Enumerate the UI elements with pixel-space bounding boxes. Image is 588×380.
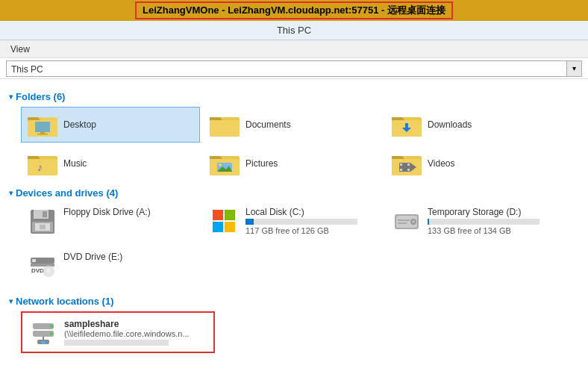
svg-text:DVD: DVD [31,267,44,274]
title-bar: LeiZhangVMOne - LeiZhangVM.cloudapp.net:… [0,0,588,21]
pictures-folder-icon [210,150,240,177]
folder-pictures[interactable]: Pictures [203,146,382,181]
svg-rect-39 [213,210,223,220]
network-share-bar [64,340,169,346]
network-section-header: Network locations (1) [9,296,579,307]
address-path[interactable]: This PC [6,60,567,77]
floppy-name: Floppy Disk Drive (A:) [63,207,193,217]
devices-section-header: Devices and drives (4) [9,187,579,199]
window-title: This PC [277,25,311,36]
temp-storage-info: Temporary Storage (D:) 133 GB free of 13… [428,207,557,235]
svg-rect-61 [41,341,46,344]
local-disk-bar-container [245,219,357,225]
svg-point-57 [50,325,53,328]
window-title-bar: This PC [0,21,588,40]
temp-storage-bar-container [428,219,539,225]
svg-rect-48 [398,222,407,224]
temp-storage-bar [428,219,429,225]
network-share-icon [28,317,58,347]
network-label: Network locations (1) [16,296,113,307]
local-disk-icon [210,207,240,237]
address-bar: This PC ▾ [0,58,588,79]
svg-rect-8 [210,120,240,137]
svg-rect-32 [407,169,410,171]
folder-downloads[interactable]: Downloads [385,107,564,143]
local-disk-info: Local Disk (C:) 117 GB free of 126 GB [245,207,375,235]
svg-rect-42 [225,222,235,232]
documents-folder-icon [210,111,240,138]
svg-rect-38 [40,225,46,229]
svg-point-54 [46,269,51,273]
dvd-drive-icon: DVD [28,252,57,281]
device-dvd[interactable]: DVD DVD Drive (E:) [21,248,200,290]
svg-rect-51 [32,259,36,262]
devices-grid: Floppy Disk Drive (A:) Local Disk (C:) [21,203,579,290]
svg-rect-40 [225,210,235,220]
title-bar-text: LeiZhangVMOne - LeiZhangVM.cloudapp.net:… [135,1,453,19]
address-chevron[interactable]: ▾ [567,60,582,77]
folder-videos-label: Videos [428,158,454,169]
temp-storage-icon [392,207,422,237]
local-disk-bar [245,219,254,225]
folder-pictures-label: Pictures [245,158,278,169]
downloads-folder-icon [392,111,422,138]
folder-desktop-label: Desktop [63,119,96,130]
music-folder-icon: ♪ [28,150,57,177]
svg-rect-35 [43,211,47,217]
svg-marker-16 [28,156,40,159]
folder-downloads-label: Downloads [428,119,472,130]
floppy-info: Floppy Disk Drive (A:) [63,207,193,219]
folders-label: Folders (6) [16,91,65,102]
folder-music-label: Music [63,158,87,169]
svg-marker-3 [28,117,40,120]
temp-storage-name: Temporary Storage (D:) [428,207,557,217]
svg-point-23 [219,163,222,166]
device-local-disk[interactable]: Local Disk (C:) 117 GB free of 126 GB [203,203,382,245]
device-temp-storage[interactable]: Temporary Storage (D:) 133 GB free of 13… [385,203,564,245]
folder-desktop[interactable]: Desktop [21,107,200,143]
svg-rect-4 [35,122,50,132]
floppy-drive-icon [28,207,57,237]
svg-rect-31 [407,163,410,166]
network-share-name: sampleshare [64,319,207,329]
temp-storage-free: 133 GB free of 134 GB [428,226,557,235]
folders-section-header: Folders (6) [9,91,579,102]
svg-point-58 [50,332,53,335]
local-disk-name: Local Disk (C:) [245,207,375,217]
network-info: sampleshare (\\leifiledemo.file.core.win… [64,319,207,346]
folders-grid: Desktop Documents [21,107,579,181]
folder-videos[interactable]: Videos [385,146,564,181]
menu-view[interactable]: View [6,44,34,54]
folder-documents[interactable]: Documents [203,107,382,143]
svg-rect-29 [400,163,402,166]
svg-point-46 [412,220,415,223]
desktop-folder-icon [28,111,57,138]
dvd-info: DVD Drive (E:) [63,252,193,264]
svg-text:♪: ♪ [37,161,43,173]
svg-rect-30 [400,169,402,171]
device-floppy[interactable]: Floppy Disk Drive (A:) [21,203,200,245]
network-share-path: (\\leifiledemo.file.core.windows.n... [64,329,207,338]
svg-rect-47 [398,219,410,221]
network-sampleshare[interactable]: sampleshare (\\leifiledemo.file.core.win… [21,311,215,353]
main-content: Folders (6) [0,79,588,380]
svg-rect-15 [28,159,57,175]
folder-music[interactable]: ♪ Music [21,146,200,181]
local-disk-free: 117 GB free of 126 GB [245,226,375,235]
svg-rect-41 [213,222,223,232]
devices-label: Devices and drives (4) [16,187,118,199]
svg-rect-5 [40,132,45,134]
folder-documents-label: Documents [245,119,291,130]
svg-rect-6 [37,134,48,135]
menu-bar: View [0,40,588,58]
dvd-name: DVD Drive (E:) [63,252,193,262]
videos-folder-icon [392,150,422,177]
